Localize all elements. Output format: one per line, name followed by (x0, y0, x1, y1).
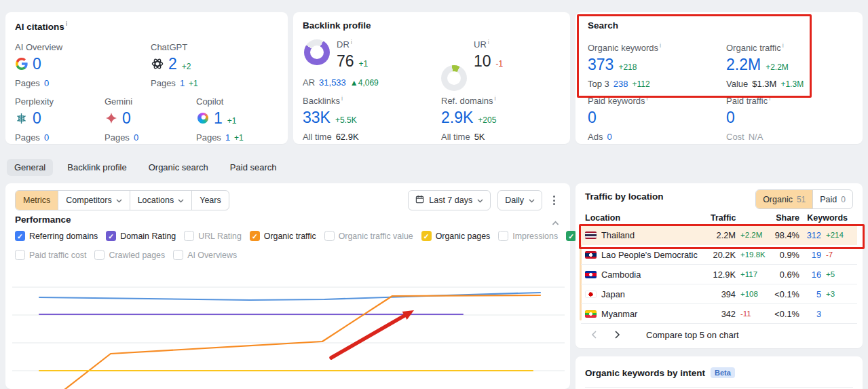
table-row-cambodia[interactable]: Cambodia 12.9K +117 0.6% 16 +5 (581, 265, 857, 284)
pages-label: Pages (151, 78, 176, 88)
locations-button[interactable]: Locations (130, 191, 192, 210)
table-row-japan[interactable]: Japan 394 +108 <0.1% 5 +3 (581, 284, 857, 304)
ar-change: ▲4,069 (350, 78, 379, 88)
metric-checkbox-crawled-pages[interactable]: Crawled pages (94, 250, 165, 260)
traffic-change: +117 (736, 270, 768, 278)
share-value: 0.6% (768, 270, 799, 280)
keywords-value[interactable]: 16 (799, 270, 821, 280)
info-icon[interactable]: i (782, 42, 784, 49)
collapse-chevron-icon[interactable] (552, 217, 559, 227)
metric-label: Referring domains (29, 231, 98, 241)
checkbox-icon (498, 231, 508, 241)
pages-change: +1 (234, 133, 244, 143)
search-card: Search Organic keywordsi 373+218 Top 323… (575, 12, 863, 144)
calendar-icon (415, 195, 424, 206)
ar-row: AR 31,533 ▲4,069 (303, 77, 379, 88)
more-options-icon[interactable] (549, 191, 559, 209)
years-button[interactable]: Years (191, 191, 229, 210)
chatgpt-block: ChatGPT 2 +2 Pages1+1 (151, 42, 198, 88)
beta-badge: Beta (711, 367, 735, 378)
metric-checkbox-referring-domains[interactable]: Referring domains (15, 231, 98, 241)
ref-domains-block: Ref. domainsi 2.9K+205 All time5K (441, 95, 496, 142)
table-row-thailand[interactable]: Thailand 2.2M +2.2M 98.4% 312 +214 (581, 225, 857, 245)
paid-traffic-block: Paid traffici 0 CostN/A (726, 95, 770, 142)
cambodia-flag-icon (585, 271, 597, 278)
metric-checkbox-row-2: Paid traffic cost Crawled pages AI Overv… (15, 250, 237, 260)
metric-label: Organic traffic (264, 231, 316, 241)
keywords-value[interactable]: 5 (799, 289, 821, 299)
performance-line-chart (5, 268, 570, 389)
pages-value[interactable]: 1 (180, 78, 185, 88)
paid-traffic-value[interactable]: 0 (726, 109, 735, 126)
info-icon[interactable]: i (769, 95, 770, 102)
next-page-icon[interactable] (608, 326, 626, 344)
info-icon[interactable]: i (66, 20, 68, 27)
paid-keywords-value[interactable]: 0 (588, 109, 597, 126)
info-icon[interactable]: i (660, 42, 661, 49)
tab-backlink-profile[interactable]: Backlink profile (60, 159, 134, 176)
metric-label: Crawled pages (109, 251, 165, 260)
ur-donut-chart (441, 65, 467, 91)
info-icon[interactable]: i (647, 95, 648, 102)
info-icon[interactable]: i (341, 95, 343, 102)
metric-label: AI Overviews (187, 251, 237, 260)
metric-checkbox-url-rating[interactable]: URL Rating (184, 231, 242, 241)
share-value: 0.9% (768, 250, 799, 260)
organic-keywords-value[interactable]: 373 (588, 56, 614, 73)
ai-overview-value: 0 (33, 56, 41, 72)
info-icon[interactable]: i (351, 39, 352, 45)
metric-checkbox-ai-overviews[interactable]: AI Overviews (173, 250, 237, 260)
checkbox-icon (421, 231, 432, 241)
keywords-change: +5 (821, 270, 848, 278)
metric-checkbox-organic-traffic[interactable]: Organic traffic (250, 231, 316, 241)
ads-label: Ads (588, 132, 603, 142)
metrics-button[interactable]: Metrics (16, 191, 58, 210)
pages-value[interactable]: 0 (44, 132, 49, 143)
checkbox-icon (250, 231, 260, 241)
traffic-value: 20.2K (699, 250, 736, 260)
organic-traffic-value[interactable]: 2.2M (726, 56, 761, 73)
tab-general[interactable]: General (7, 159, 53, 176)
ads-value[interactable]: 0 (607, 132, 611, 142)
ar-value[interactable]: 31,533 (319, 77, 346, 88)
metric-checkbox-paid-traffic-cost[interactable]: Paid traffic cost (15, 250, 86, 260)
metric-checkbox-domain-rating[interactable]: Domain Rating (106, 231, 176, 241)
location-name: Lao People's Democratic Reput (601, 250, 699, 260)
info-icon[interactable]: i (495, 95, 496, 102)
competitors-button[interactable]: Competitors (58, 191, 129, 210)
metric-checkbox-impressions[interactable]: Impressions (498, 231, 558, 241)
keywords-value[interactable]: 19 (799, 250, 821, 260)
metric-checkbox-organic-traffic-value[interactable]: Organic traffic value (324, 231, 413, 241)
metric-label: Organic traffic value (339, 231, 413, 241)
table-row-laos[interactable]: Lao People's Democratic Reput 20.2K +19.… (581, 245, 857, 265)
location-table-body: Thailand 2.2M +2.2M 98.4% 312 +214 Lao P… (581, 225, 857, 324)
traffic-value: 12.9K (699, 270, 736, 280)
paid-toggle-button[interactable]: Paid0 (812, 190, 852, 208)
backlinks-value[interactable]: 33K (303, 109, 331, 126)
column-keywords: Keywords (799, 213, 848, 223)
granularity-button[interactable]: Daily (497, 190, 542, 210)
chatgpt-label: ChatGPT (151, 42, 198, 52)
share-value: 98.4% (768, 230, 799, 240)
chatgpt-change: +2 (182, 62, 191, 71)
tab-paid-search[interactable]: Paid search (223, 159, 284, 176)
pages-value[interactable]: 0 (44, 78, 49, 88)
organic-toggle-button[interactable]: Organic51 (756, 190, 812, 208)
pages-value[interactable]: 1 (225, 132, 230, 143)
keywords-value[interactable]: 312 (799, 230, 821, 240)
tab-organic-search[interactable]: Organic search (141, 159, 216, 176)
compare-top5-link[interactable]: Compare top 5 on chart (646, 330, 739, 340)
ref-domains-value[interactable]: 2.9K (441, 109, 473, 126)
organic-traffic-change: +2.2M (766, 62, 789, 72)
metric-checkbox-organic-pages[interactable]: Organic pages (421, 231, 491, 241)
copilot-icon (196, 112, 209, 125)
date-range-button[interactable]: Last 7 days (408, 190, 491, 210)
pages-value[interactable]: 0 (134, 132, 138, 143)
traffic-change: +2.2M (736, 231, 768, 239)
top3-value[interactable]: 238 (614, 79, 628, 89)
previous-page-icon[interactable] (585, 326, 603, 344)
organic-traffic-block: Organic traffici 2.2M+2.2M Value$1.3M+1.… (726, 42, 804, 89)
info-icon[interactable]: i (488, 39, 489, 45)
table-row-myanmar[interactable]: Myanmar 342 -11 <0.1% 3 (581, 304, 857, 324)
keywords-value[interactable]: 3 (799, 309, 821, 319)
